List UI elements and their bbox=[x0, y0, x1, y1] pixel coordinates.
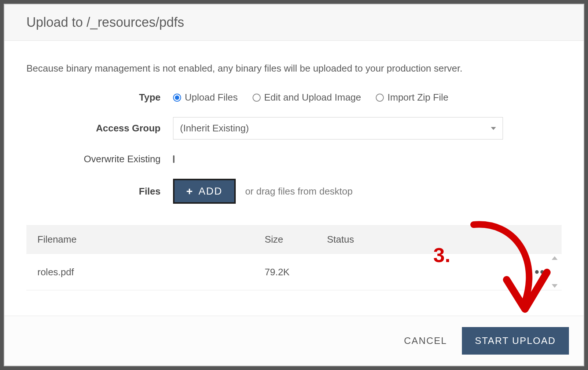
binary-notice: Because binary management is not enabled… bbox=[26, 63, 562, 74]
files-label: Files bbox=[26, 186, 173, 197]
type-radio-group: Upload Files Edit and Upload Image Impor… bbox=[173, 92, 562, 103]
add-button[interactable]: + ADD bbox=[173, 179, 236, 204]
files-row: Files + ADD or drag files from desktop bbox=[26, 179, 562, 204]
radio-import-zip[interactable]: Import Zip File bbox=[376, 92, 448, 103]
radio-icon bbox=[376, 94, 384, 102]
modal-footer: CANCEL START UPLOAD bbox=[4, 316, 584, 366]
type-row: Type Upload Files Edit and Upload Image … bbox=[26, 92, 562, 103]
table-body: roles.pdf 79.2K ••• bbox=[26, 254, 562, 290]
row-actions-button[interactable]: ••• bbox=[534, 264, 551, 279]
access-group-label: Access Group bbox=[26, 123, 173, 134]
radio-label: Import Zip File bbox=[387, 92, 448, 103]
scroll-down-icon bbox=[552, 284, 558, 288]
radio-label: Edit and Upload Image bbox=[264, 92, 361, 103]
access-group-select[interactable]: (Inherit Existing) bbox=[173, 117, 503, 139]
radio-icon bbox=[173, 94, 181, 102]
radio-upload-files[interactable]: Upload Files bbox=[173, 92, 238, 103]
access-group-control: (Inherit Existing) bbox=[173, 117, 562, 139]
upload-modal: Upload to /_resources/pdfs Because binar… bbox=[4, 4, 584, 366]
col-size: Size bbox=[265, 234, 327, 245]
overwrite-checkbox[interactable] bbox=[173, 155, 174, 163]
add-button-label: ADD bbox=[199, 185, 223, 197]
cancel-button[interactable]: CANCEL bbox=[404, 335, 447, 347]
type-label: Type bbox=[26, 92, 173, 103]
table-header: Filename Size Status bbox=[26, 225, 562, 254]
file-table: Filename Size Status roles.pdf 79.2K ••• bbox=[26, 225, 562, 290]
modal-body: Because binary management is not enabled… bbox=[4, 41, 584, 316]
col-status: Status bbox=[327, 234, 521, 245]
drag-hint: or drag files from desktop bbox=[245, 186, 353, 197]
cell-actions: ••• bbox=[521, 264, 551, 280]
files-control: + ADD or drag files from desktop bbox=[173, 179, 562, 204]
cell-size: 79.2K bbox=[265, 266, 327, 278]
start-upload-button[interactable]: START UPLOAD bbox=[462, 327, 569, 355]
scrollbar[interactable] bbox=[550, 254, 559, 290]
col-actions bbox=[521, 234, 551, 245]
radio-edit-image[interactable]: Edit and Upload Image bbox=[253, 92, 361, 103]
access-group-row: Access Group (Inherit Existing) bbox=[26, 117, 562, 139]
col-filename: Filename bbox=[37, 234, 265, 245]
select-value: (Inherit Existing) bbox=[180, 123, 249, 134]
chevron-down-icon bbox=[491, 127, 496, 130]
plus-icon: + bbox=[186, 186, 194, 197]
radio-icon bbox=[253, 94, 261, 102]
modal-title: Upload to /_resources/pdfs bbox=[26, 15, 562, 30]
modal-header: Upload to /_resources/pdfs bbox=[4, 4, 584, 41]
overwrite-control bbox=[173, 156, 562, 163]
radio-label: Upload Files bbox=[185, 92, 238, 103]
overwrite-label: Overwrite Existing bbox=[26, 153, 173, 165]
scroll-up-icon bbox=[552, 256, 558, 260]
table-row: roles.pdf 79.2K ••• bbox=[26, 254, 562, 290]
overwrite-row: Overwrite Existing bbox=[26, 153, 562, 165]
cell-filename: roles.pdf bbox=[37, 266, 265, 278]
